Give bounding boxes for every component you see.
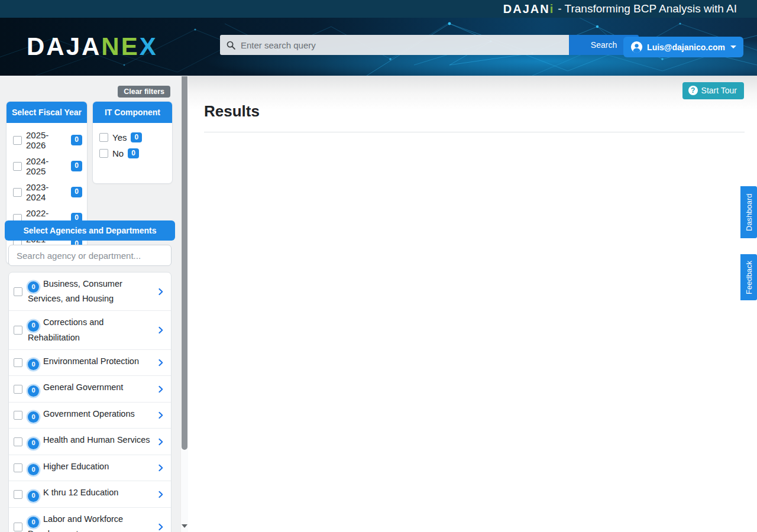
checkbox[interactable] [14, 411, 22, 420]
agency-text: 0Government Operations [28, 408, 153, 423]
agency-text: 0Labor and Workforce Development [28, 513, 153, 532]
fiscal-year-option[interactable]: 2025-2026 0 [13, 130, 82, 150]
agency-row[interactable]: 0K thru 12 Education [9, 481, 171, 507]
fiscal-year-label: 2023-2024 [26, 182, 67, 202]
count-badge: 0 [28, 411, 39, 423]
count-badge: 0 [28, 517, 39, 528]
topbar-brand-i: i [550, 2, 555, 15]
dashboard-tab[interactable]: Dashboard [740, 186, 757, 238]
content-row: Clear filters Select Fiscal Year 2025-20… [0, 76, 757, 532]
clear-filters-button[interactable]: Clear filters [118, 86, 170, 98]
chevron-right-icon[interactable] [156, 326, 165, 335]
agency-list: 0Business, Consumer Services, and Housin… [8, 272, 172, 532]
fiscal-year-option[interactable]: 2023-2024 0 [13, 182, 82, 202]
it-component-option[interactable]: Yes 0 [99, 132, 167, 142]
caret-down-icon [730, 46, 736, 48]
chevron-right-icon[interactable] [156, 437, 165, 446]
agency-row[interactable]: 0Corrections and Rehabilitation [9, 311, 171, 349]
agency-label: Corrections and Rehabilitation [28, 317, 103, 342]
start-tour-label: Start Tour [701, 86, 737, 95]
count-badge: 0 [71, 161, 82, 171]
chevron-right-icon[interactable] [156, 411, 165, 420]
it-component-panel-title: IT Component [93, 102, 172, 123]
topbar-brand-logo: DAJANi [503, 2, 554, 16]
agency-row[interactable]: 0Labor and Workforce Development [9, 508, 171, 532]
agency-label: K thru 12 Education [43, 488, 118, 497]
checkbox[interactable] [99, 133, 108, 142]
agency-text: 0Business, Consumer Services, and Housin… [28, 278, 153, 305]
chevron-right-icon[interactable] [156, 490, 165, 499]
count-badge: 0 [28, 438, 39, 449]
search-icon [226, 40, 236, 50]
results-title: Results [204, 102, 757, 121]
dajanex-logo: DAJANEX [27, 34, 158, 59]
results-divider [204, 132, 745, 132]
logo-x: X [140, 33, 158, 60]
agency-text: 0General Government [28, 381, 153, 396]
topbar-brand-text: DAJAN [503, 2, 550, 15]
count-badge: 0 [71, 187, 82, 197]
checkbox[interactable] [14, 287, 22, 296]
chevron-right-icon[interactable] [156, 358, 165, 367]
checkbox[interactable] [14, 385, 22, 394]
checkbox[interactable] [13, 136, 22, 145]
checkbox[interactable] [13, 162, 22, 171]
count-badge: 0 [71, 135, 82, 145]
chevron-right-icon[interactable] [156, 463, 165, 472]
scrollbar-down-arrow-icon[interactable] [182, 524, 187, 528]
start-tour-button[interactable]: ? Start Tour [682, 82, 744, 99]
agency-row[interactable]: 0General Government [9, 376, 171, 402]
fiscal-year-label: 2025-2026 [26, 130, 67, 150]
checkbox[interactable] [13, 188, 22, 197]
topbar-tagline: - Transforming BCP Analysis with AI [558, 2, 737, 15]
count-badge: 0 [28, 491, 39, 502]
chevron-right-icon[interactable] [156, 287, 165, 296]
checkbox[interactable] [99, 149, 108, 158]
count-badge: 0 [131, 132, 142, 142]
logo-daja: DAJA [27, 33, 101, 60]
agency-label: Health and Human Services [43, 435, 150, 445]
it-option-label: Yes [112, 132, 127, 142]
search-input[interactable] [241, 40, 563, 50]
feedback-tab[interactable]: Feedback [740, 254, 757, 300]
agency-row[interactable]: 0Environmental Protection [9, 350, 171, 376]
agency-label: Business, Consumer Services, and Housing [28, 279, 122, 303]
agency-row[interactable]: 0Higher Education [9, 455, 171, 481]
sidebar-scrollbar[interactable] [180, 76, 188, 532]
checkbox[interactable] [14, 437, 22, 446]
agency-row[interactable]: 0Business, Consumer Services, and Housin… [9, 273, 171, 311]
count-badge: 0 [28, 464, 39, 475]
fiscal-year-label: 2024-2025 [26, 156, 67, 176]
count-badge: 0 [28, 359, 39, 370]
agency-label: Labor and Workforce Development [28, 514, 123, 532]
checkbox[interactable] [14, 326, 22, 335]
user-email: Luis@dajanico.com [647, 43, 725, 52]
chevron-right-icon[interactable] [156, 523, 165, 531]
agency-row[interactable]: 0Health and Human Services [9, 429, 171, 455]
agency-row[interactable]: 0Government Operations [9, 403, 171, 429]
user-account-dropdown[interactable]: Luis@dajanico.com [623, 37, 743, 57]
chevron-right-icon[interactable] [156, 385, 165, 394]
checkbox[interactable] [14, 463, 22, 472]
app-header: DAJANEX Search Luis@dajanico.com [0, 18, 757, 76]
agency-label: Environmental Protection [43, 356, 139, 366]
fiscal-year-option[interactable]: 2024-2025 0 [13, 156, 82, 176]
it-component-options: Yes 0 No 0 [93, 123, 172, 183]
checkbox[interactable] [14, 358, 22, 367]
global-search: Search [220, 35, 639, 55]
fiscal-year-panel-title: Select Fiscal Year [7, 102, 87, 123]
checkbox[interactable] [14, 523, 22, 531]
agency-search-input[interactable] [8, 245, 172, 266]
logo-ne: NE [101, 33, 139, 60]
scrollbar-thumb[interactable] [182, 76, 187, 450]
fiscal-year-options: 2025-2026 0 2024-2025 0 2023-2024 0 [7, 123, 87, 264]
agency-label: Higher Education [43, 462, 109, 471]
user-icon [630, 41, 643, 53]
agency-text: 0Environmental Protection [28, 355, 153, 370]
count-badge: 0 [128, 148, 139, 158]
search-input-wrapper [220, 35, 569, 55]
agencies-section-header[interactable]: Select Agencies and Departments [5, 220, 175, 241]
checkbox[interactable] [14, 490, 22, 499]
it-component-option[interactable]: No 0 [99, 148, 167, 158]
agency-label: Government Operations [43, 409, 135, 419]
